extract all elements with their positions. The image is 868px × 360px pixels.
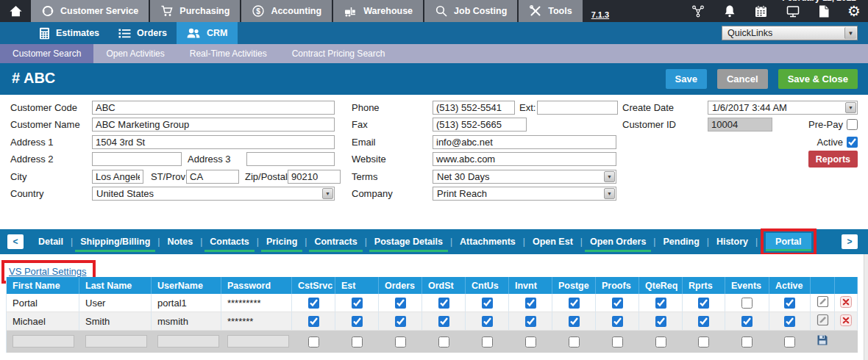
delete-row-icon[interactable] [840, 314, 852, 326]
col-invnt[interactable]: Invnt [509, 277, 552, 294]
checkbox-est[interactable] [352, 316, 363, 327]
top-nav-warehouse[interactable]: Warehouse [333, 0, 423, 22]
tab-contacts[interactable]: Contacts [210, 229, 249, 254]
sub-nav-orders[interactable]: Orders [109, 22, 177, 44]
sub-nav-estimates[interactable]: Estimates [29, 22, 109, 44]
crm-nav-contract-pricing-search[interactable]: Contract Pricing Search [280, 44, 398, 63]
checkbox-postge[interactable] [569, 298, 580, 309]
checkbox-postge[interactable] [569, 316, 580, 327]
bell-icon[interactable] [723, 4, 736, 18]
tab-open-est[interactable]: Open Est [533, 229, 573, 254]
new-checkbox-active[interactable] [784, 336, 795, 348]
checkbox-events[interactable] [741, 316, 753, 327]
new-checkbox-qtereq[interactable] [655, 336, 666, 348]
tab-shipping-billing[interactable]: Shipping/Billing [80, 229, 150, 254]
gear-icon[interactable]: ⚙ [847, 4, 861, 18]
new-last-name-input[interactable] [85, 335, 147, 348]
new-checkbox-invnt[interactable] [525, 336, 536, 348]
reports-button[interactable]: Reports [808, 151, 858, 168]
checkbox-proofs[interactable] [612, 298, 623, 309]
col-events[interactable]: Events [725, 277, 769, 294]
city-input[interactable] [92, 170, 143, 184]
top-nav-customer-service[interactable]: Customer Service [31, 0, 149, 22]
top-nav-accounting[interactable]: $ Accounting [241, 0, 332, 22]
fax-input[interactable] [433, 118, 527, 132]
crm-nav-customer-search[interactable]: Customer Search [0, 44, 93, 63]
create-date-select[interactable]: 1/6/2017 3:44 AM ▼ [708, 101, 858, 115]
new-first-name-input[interactable] [13, 335, 74, 348]
tab-history[interactable]: History [716, 229, 748, 254]
ext-input[interactable] [537, 101, 618, 115]
home-button[interactable] [0, 0, 31, 22]
country-select[interactable]: United States ▼ [92, 187, 335, 201]
delete-row-icon[interactable] [840, 296, 852, 308]
checkbox-rprts[interactable] [698, 316, 709, 327]
address3-input[interactable] [246, 152, 335, 166]
st-prov-input[interactable] [186, 170, 239, 184]
tab-open-orders[interactable]: Open Orders [590, 229, 646, 254]
col-postge[interactable]: Postge [552, 277, 596, 294]
pre-pay-checkbox[interactable] [847, 119, 858, 130]
active-checkbox[interactable] [847, 137, 858, 148]
col-ordst[interactable]: OrdSt [422, 277, 466, 294]
tab-contracts[interactable]: Contracts [314, 229, 357, 254]
customer-name-input[interactable] [92, 118, 335, 132]
col-orders[interactable]: Orders [379, 277, 422, 294]
new-checkbox-proofs[interactable] [612, 336, 623, 348]
checkbox-events[interactable] [741, 298, 753, 309]
email-input[interactable] [433, 135, 616, 149]
phone-input[interactable] [433, 101, 515, 115]
col-first-name[interactable]: First Name [7, 277, 79, 294]
terms-select[interactable]: Net 30 Days ▼ [433, 170, 616, 184]
col-cstsrvc[interactable]: CstSrvc [292, 277, 335, 294]
tab-notes[interactable]: Notes [167, 229, 193, 254]
new-checkbox-postge[interactable] [569, 336, 580, 348]
address2-input[interactable] [92, 152, 182, 166]
website-input[interactable] [433, 152, 616, 166]
checkbox-orders[interactable] [395, 298, 406, 309]
cancel-button[interactable]: Cancel [717, 69, 768, 89]
new-checkbox-est[interactable] [352, 336, 363, 348]
checkbox-cstsrvc[interactable] [308, 298, 319, 309]
new-checkbox-orders[interactable] [395, 336, 406, 348]
address1-input[interactable] [92, 135, 335, 149]
top-nav-tools[interactable]: Tools [519, 0, 582, 22]
quicklinks-dropdown[interactable]: QuickLinks ▼ [722, 26, 858, 40]
checkbox-ordst[interactable] [438, 316, 449, 327]
company-select[interactable]: Print Reach ▼ [433, 187, 616, 201]
zip-postal-input[interactable] [288, 170, 341, 184]
file-icon[interactable] [818, 4, 830, 18]
customer-code-input[interactable] [92, 101, 335, 115]
vs-portal-settings-link[interactable]: VS Portal Settings [9, 266, 87, 277]
save-and-close-button[interactable]: Save & Close [778, 69, 858, 89]
tab-detail[interactable]: Detail [38, 229, 63, 254]
save-button[interactable]: Save [666, 69, 707, 89]
checkbox-cstsrvc[interactable] [308, 316, 319, 327]
col-est[interactable]: Est [335, 277, 379, 294]
checkbox-active[interactable] [784, 316, 795, 327]
tabs-next-button[interactable]: > [842, 234, 858, 249]
col-password[interactable]: Password [221, 277, 292, 294]
new-password-input[interactable] [227, 335, 289, 348]
tabs-prev-button[interactable]: < [7, 234, 24, 249]
new-checkbox-cntus[interactable] [482, 336, 493, 348]
checkbox-active[interactable] [784, 298, 795, 309]
new-username-input[interactable] [157, 335, 219, 348]
checkbox-est[interactable] [352, 298, 363, 309]
checkbox-cntus[interactable] [482, 298, 493, 309]
checkbox-ordst[interactable] [438, 298, 449, 309]
col-cntus[interactable]: CntUs [466, 277, 509, 294]
edit-row-icon[interactable] [817, 314, 829, 326]
save-row-icon[interactable] [817, 334, 828, 346]
col-last-name[interactable]: Last Name [79, 277, 152, 294]
checkbox-cntus[interactable] [482, 316, 493, 327]
calendar-icon[interactable] [754, 4, 768, 18]
tab-attachments[interactable]: Attachments [460, 229, 516, 254]
tab-postage-details[interactable]: Postage Details [374, 229, 443, 254]
sub-nav-crm[interactable]: CRM [177, 22, 237, 44]
monitor-icon[interactable] [786, 4, 800, 18]
checkbox-invnt[interactable] [525, 298, 536, 309]
edit-row-icon[interactable] [817, 295, 829, 308]
top-nav-job-costing[interactable]: Job Costing [424, 0, 517, 22]
crm-nav-open-activities[interactable]: Open Activities [93, 44, 177, 63]
